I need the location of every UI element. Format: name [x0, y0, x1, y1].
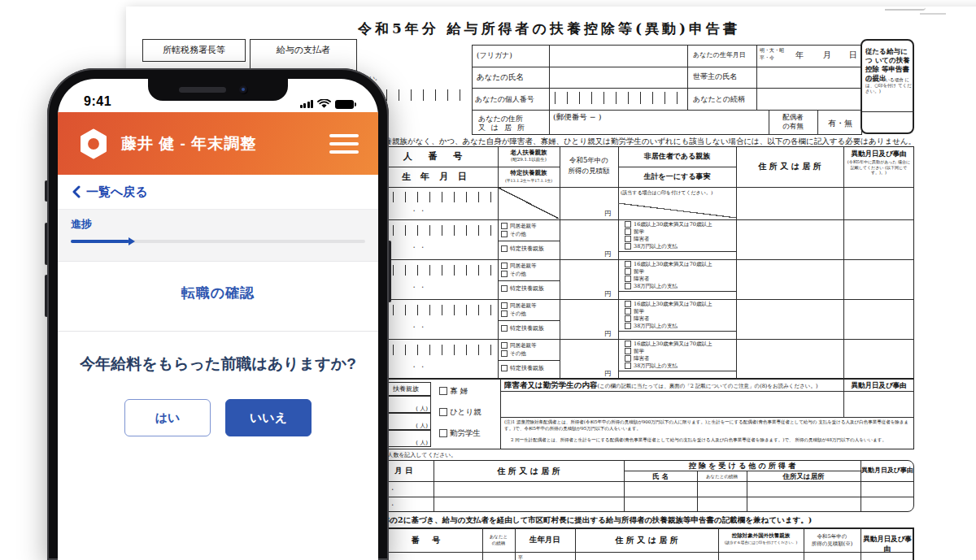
your-name-label: あなたの氏名: [477, 72, 524, 83]
col-income-header1: 令和5年中の: [804, 533, 861, 540]
main-table: 人 番 号 生 年 月 日 老人扶養親族 (昭29.1.1以前生) 特定扶養親族…: [374, 146, 914, 379]
date-dots: ・ ・: [411, 283, 426, 292]
era-label-2: 平・令: [760, 54, 774, 62]
yes-button[interactable]: はい: [124, 399, 211, 436]
secondary-salary-box: 従たる給与につ いての扶養控除 等申告書の提出 (該当している場合 には、○印を…: [861, 39, 914, 134]
checkbox-icon: [625, 308, 631, 315]
checkbox-icon: [501, 350, 508, 357]
dialog-title: 転職の確認: [58, 284, 378, 302]
furigana-label: (フリガナ): [477, 50, 512, 61]
checkbox-icon: [625, 261, 631, 267]
postal-label: (郵便番号 − ): [553, 112, 601, 123]
checkbox-icon: [625, 283, 631, 289]
my-number-boxes: [555, 92, 685, 104]
yen: 円: [604, 289, 611, 298]
checkbox-icon: [625, 355, 631, 362]
checkbox-icon: [501, 365, 508, 371]
dialog-card: 転職の確認 今年給料をもらった前職はありますか? はい いいえ: [58, 262, 378, 560]
number-boxes: [381, 265, 493, 276]
col-name-header: 氏 名: [624, 472, 697, 482]
divider: [58, 331, 378, 332]
dialog-question: 今年給料をもらった前職はありますか?: [58, 354, 378, 375]
disability-section: 扶養親族 ( 人) ( 人) ( 人) 寡 婦 ひとり親 勤労学生 障害者又は勤…: [374, 379, 914, 449]
app-logo-icon: [77, 128, 110, 160]
app-header: 藤井 健 - 年末調整: [58, 112, 378, 175]
col-number-header: 番 号: [374, 535, 482, 546]
number-boxes: [381, 305, 493, 315]
checkbox-icon: [501, 325, 508, 332]
secondary-salary-note: (該当している場合 には、○印を付け てください。): [865, 77, 913, 94]
chevron-left-icon: [72, 185, 81, 198]
checkbox-study: 留学: [625, 228, 644, 236]
checkbox-disabled: 障害者: [625, 355, 650, 362]
col-income-header2: 所得の見積額: [560, 167, 618, 176]
back-link[interactable]: 一覧へ戻る: [58, 175, 378, 209]
checkbox-icon: [625, 243, 631, 250]
checkbox-icon: [625, 301, 631, 307]
checkbox-working-student: 勤労学生: [439, 429, 481, 437]
checkbox-study: 留学: [625, 268, 644, 276]
checkbox-icon: [439, 408, 447, 416]
col-nonresident-header: 非居住者である親族: [618, 151, 736, 162]
dependent-row: ・大 ・平 ・ ・ 同居老親等 その他 特定扶養親族 円 16歳以上30歳未満又…: [374, 339, 914, 379]
col-relation-header1: あなたと: [482, 534, 515, 540]
era-label-1: 明・大・昭: [760, 47, 784, 54]
col-number-header: 人 番 号: [374, 150, 498, 163]
checkbox-icon: [625, 315, 631, 322]
col-foreign-note: (該当する場合には○印を付けてください。): [718, 540, 804, 545]
checkbox-specific: 特定扶養親族: [501, 245, 544, 253]
checkbox-disabled: 障害者: [625, 236, 650, 243]
row1-diagonal: [499, 188, 559, 219]
checkbox-study: 留学: [625, 348, 644, 355]
row1-number-boxes: [381, 192, 493, 202]
yen: 円: [604, 369, 611, 378]
col-elderly-header: 老人扶養親族: [498, 149, 560, 157]
notch: [148, 79, 288, 101]
note-1: (注)1 源泉控除対象配偶者とは、所得者(令和5年中の所得の見積額が900万円以…: [504, 419, 911, 432]
checkbox-16-70: 16歳以上30歳未満又は70歳以上: [625, 341, 712, 348]
checkbox-other: その他: [501, 231, 526, 238]
col-change-header: 異動月日及び事由: [861, 466, 914, 475]
signal-icon: [300, 100, 314, 109]
checkbox-cohabit: 同居老親等: [501, 263, 537, 270]
your-address-label2: 又 は 居 所: [478, 123, 526, 133]
checkbox-icon: [625, 221, 631, 228]
checkbox-study: 留学: [625, 308, 644, 315]
checkbox-single-parent: ひとり親: [439, 408, 481, 416]
checkbox-cohabit: 同居老親等: [501, 223, 537, 230]
checkbox-38: 38万円以上の支払: [625, 243, 678, 250]
yen: 円: [604, 329, 611, 338]
col-address-header: 住 所 又 は 居 所: [434, 466, 624, 477]
checkbox-cohabit: 同居老親等: [501, 302, 537, 310]
row1-date-dots: ・ ・: [411, 206, 426, 215]
checkbox-other: その他: [501, 271, 526, 278]
checkbox-38: 38万円以上の支払: [625, 362, 678, 370]
date-dots: ・ ・: [411, 362, 426, 371]
tax-office-box: 所轄税務署長等: [142, 39, 246, 62]
checkbox-icon: [501, 245, 508, 252]
speaker-grille: [179, 87, 226, 93]
spouse-label: 配偶者 の有無: [769, 113, 817, 131]
no-button[interactable]: いいえ: [225, 399, 312, 436]
checkbox-specific: 特定扶養親族: [501, 365, 544, 372]
day-label: 日: [849, 50, 857, 61]
hamburger-menu-icon[interactable]: [329, 134, 359, 154]
municipal-note: の3の2に基づき、給与の支払者を経由して市区町村長に提出する給与所得者の扶養親族…: [377, 515, 913, 526]
col-birth-header: 生 年 月 日: [374, 171, 498, 183]
col-birth-header: 生年月日: [515, 535, 575, 545]
col-specific-note: (平13.1.2生〜平17.1.1生): [498, 178, 560, 183]
checkbox-specific: 特定扶養親族: [501, 325, 544, 332]
spouse-values: 有・無: [818, 118, 862, 129]
checkbox-icon: [501, 285, 508, 292]
checkbox-icon: [625, 228, 631, 235]
wifi-icon: [317, 99, 331, 109]
col-address2-header: 住所又は居所: [747, 472, 861, 482]
checkbox-disabled: 障害者: [625, 276, 650, 283]
app-header-title: 藤井 健 - 年末調整: [121, 133, 256, 154]
checkbox-icon: [501, 231, 508, 237]
col-change-header: 異動月日及び事由: [843, 150, 914, 159]
relation-label: あなたとの続柄: [693, 94, 745, 105]
checkbox-icon: [625, 276, 631, 282]
phone-mockup: 9:41 藤井 健 - 年末調整: [47, 68, 389, 560]
checkbox-icon: [625, 236, 631, 242]
